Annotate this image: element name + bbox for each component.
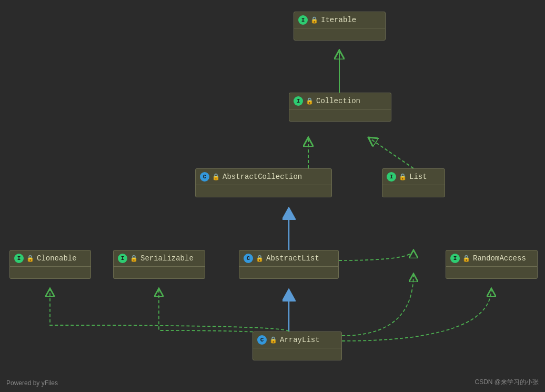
badge-abstractcollection: C	[200, 172, 209, 182]
badge-abstractlist: C	[244, 254, 253, 263]
label-iterable: Iterable	[321, 16, 356, 24]
node-serializable-body	[114, 267, 205, 278]
label-abstractlist: AbstractList	[266, 254, 319, 263]
node-abstractcollection-body	[196, 185, 331, 197]
node-arraylist-header: C 🔒 ArrayList	[253, 332, 341, 348]
node-list-body	[382, 185, 445, 197]
label-list: List	[409, 173, 427, 181]
node-collection-body	[289, 109, 391, 121]
node-cloneable: I 🔒 Cloneable	[9, 250, 91, 279]
badge-list: I	[387, 172, 396, 182]
node-serializable: I 🔒 Serializable	[113, 250, 205, 279]
badge-iterable: I	[298, 15, 308, 25]
lock-randomaccess: 🔒	[462, 255, 470, 263]
node-abstractlist-body	[239, 267, 338, 278]
badge-arraylist: C	[257, 335, 267, 345]
lock-arraylist: 🔒	[269, 336, 277, 344]
node-abstractcollection: C 🔒 AbstractCollection	[195, 168, 332, 197]
node-iterable: I 🔒 Iterable	[294, 12, 386, 41]
node-serializable-header: I 🔒 Serializable	[114, 250, 205, 267]
node-abstractlist-header: C 🔒 AbstractList	[239, 250, 338, 267]
lock-serializable: 🔒	[130, 255, 138, 263]
node-list-header: I 🔒 List	[382, 169, 445, 185]
node-randomaccess: I 🔒 RandomAccess	[446, 250, 538, 279]
label-arraylist: ArrayList	[280, 336, 320, 344]
badge-collection: I	[294, 96, 303, 106]
node-randomaccess-body	[446, 267, 537, 278]
badge-cloneable: I	[14, 254, 24, 263]
footer-left: Powered by yFiles	[6, 379, 58, 387]
lock-abstractcollection: 🔒	[212, 173, 220, 181]
badge-randomaccess: I	[450, 254, 460, 263]
footer-right: CSDN @来学习的小张	[475, 378, 539, 387]
lock-cloneable: 🔒	[26, 255, 34, 263]
label-serializable: Serializable	[140, 254, 194, 263]
node-list: I 🔒 List	[382, 168, 445, 197]
node-cloneable-header: I 🔒 Cloneable	[10, 250, 90, 267]
badge-serializable: I	[118, 254, 127, 263]
node-arraylist-body	[253, 348, 341, 360]
node-abstractlist: C 🔒 AbstractList	[239, 250, 339, 279]
label-abstractcollection: AbstractCollection	[223, 173, 302, 181]
label-randomaccess: RandomAccess	[473, 254, 526, 263]
label-collection: Collection	[316, 97, 360, 105]
node-iterable-header: I 🔒 Iterable	[294, 12, 385, 28]
node-cloneable-body	[10, 267, 90, 278]
node-collection-header: I 🔒 Collection	[289, 93, 391, 109]
lock-list: 🔒	[399, 173, 407, 181]
node-randomaccess-header: I 🔒 RandomAccess	[446, 250, 537, 267]
label-cloneable: Cloneable	[37, 254, 77, 263]
node-abstractcollection-header: C 🔒 AbstractCollection	[196, 169, 331, 185]
lock-collection: 🔒	[306, 97, 314, 105]
node-collection: I 🔒 Collection	[289, 93, 391, 122]
node-arraylist: C 🔒 ArrayList	[253, 331, 342, 360]
node-iterable-body	[294, 28, 385, 40]
svg-line-5	[368, 137, 413, 168]
lock-abstractlist: 🔒	[256, 255, 264, 263]
lock-iterable: 🔒	[310, 16, 318, 24]
